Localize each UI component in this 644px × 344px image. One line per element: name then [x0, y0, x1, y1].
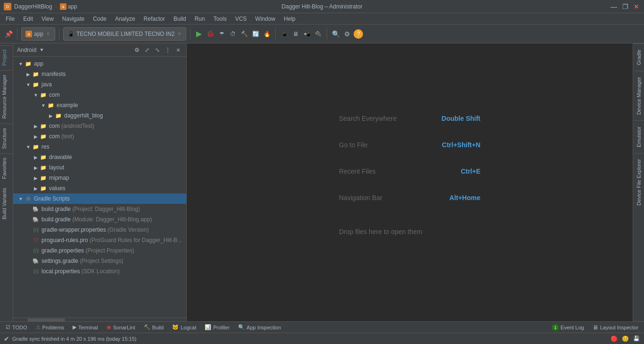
tree-item-com-test[interactable]: ▶ 📁 com (test)	[13, 131, 186, 142]
right-tab-device-file-explorer[interactable]: Device File Explorer	[634, 153, 644, 211]
menu-tools[interactable]: Tools	[210, 15, 231, 23]
tab-terminal[interactable]: ▶ Terminal	[69, 322, 102, 333]
todo-icon: ☑	[6, 324, 10, 330]
build-button[interactable]: 🔨	[239, 29, 249, 39]
panel-collapse-icon[interactable]: ⤡	[153, 46, 162, 54]
sidebar-tab-build-variants[interactable]: Build Variants	[0, 184, 13, 223]
sync-button[interactable]: 🔄	[251, 29, 260, 39]
right-tab-emulator[interactable]: Emulator	[634, 120, 644, 153]
menu-run[interactable]: Run	[191, 15, 209, 23]
tab-problems[interactable]: ⚠ Problems	[32, 322, 68, 333]
tab-app-inspection[interactable]: 🔍 App Inspection	[234, 322, 285, 333]
menu-code[interactable]: Code	[89, 15, 110, 23]
tree-item-com[interactable]: ▼ 📁 com	[13, 90, 186, 100]
tree-item-proguard[interactable]: 🛡 proguard-rules.pro (ProGuard Rules for…	[13, 235, 186, 245]
device-manager-btn[interactable]: 📲	[302, 29, 312, 39]
tab-profiler[interactable]: 📊 Profiler	[201, 322, 233, 333]
tree-item-build-gradle-module[interactable]: 🐘 build.gradle (Module: Dagger_Hilt-Blog…	[13, 214, 186, 225]
panel-expand-icon[interactable]: ⤢	[143, 46, 151, 54]
sidebar-tab-structure[interactable]: Structure	[0, 124, 13, 153]
sidebar-tab-project[interactable]: Project	[0, 45, 13, 69]
title-bar: D DaggerHiltBlog › a app Dagger Hilt-Blo…	[0, 0, 644, 13]
gradle-scripts-icon: ⚙	[25, 195, 32, 202]
menu-file[interactable]: File	[2, 15, 18, 23]
local-props-icon: ⟨/⟩	[32, 268, 40, 275]
menu-refactor[interactable]: Refactor	[140, 15, 169, 23]
tree-item-res[interactable]: ▼ 📁 res	[13, 142, 186, 152]
tree-item-example[interactable]: ▼ 📁 example	[13, 100, 186, 110]
tree-item-settings-gradle[interactable]: 🐘 settings.gradle (Project Settings)	[13, 256, 186, 266]
sidebar-tab-resource-manager[interactable]: Resource Manager	[0, 70, 13, 123]
settings-gradle-icon: 🐘	[32, 257, 40, 265]
menu-help[interactable]: Help	[280, 15, 299, 23]
scrollbar-thumb-h	[27, 319, 65, 321]
tree-item-values[interactable]: ▶ 📁 values	[13, 183, 186, 193]
project-tree[interactable]: ▼ 📁 app ▶ 📁 manifests ▼ 📁 java ▼ 📁 com	[13, 57, 186, 318]
status-left: ✔ Gradle sync finished in 4 m 20 s 196 m…	[4, 335, 137, 343]
status-right: 🔴 😊 💾	[610, 335, 640, 343]
avd-button[interactable]: 📱	[280, 29, 289, 39]
drawable-folder-icon: 📁	[40, 153, 47, 161]
menu-analyze[interactable]: Analyze	[111, 15, 139, 23]
sdk-button[interactable]: 🖥	[291, 29, 300, 39]
res-folder-icon: 📁	[32, 143, 40, 151]
java-folder-icon: 📁	[32, 81, 40, 88]
tree-item-java[interactable]: ▼ 📁 java	[13, 79, 186, 90]
tree-item-com-androidtest[interactable]: ▶ 📁 com (androidTest)	[13, 121, 186, 131]
run-button[interactable]: ▶	[194, 29, 204, 39]
fire-button[interactable]: 🔥	[262, 29, 272, 39]
daggerhilt-folder-icon: 📁	[55, 112, 62, 119]
toolbar: 📌 a app ▼ 📱 TECNO MOBILE LIMITED TECNO I…	[0, 25, 644, 43]
tree-item-build-gradle-project[interactable]: 🐘 build.gradle (Project: Dagger_Hilt-Blo…	[13, 204, 186, 214]
panel-more-icon[interactable]: ⋮	[164, 46, 172, 54]
menu-build[interactable]: Build	[170, 15, 190, 23]
editor-area: Search Everywhere Double Shift Go to Fil…	[187, 43, 633, 321]
tree-item-drawable[interactable]: ▶ 📁 drawable	[13, 152, 186, 162]
debug-button[interactable]: 🐞	[206, 29, 215, 39]
bottom-toolbar: ☑ TODO ⚠ Problems ▶ Terminal ◉ SonarLint…	[0, 321, 644, 333]
minimize-button[interactable]: —	[610, 3, 618, 10]
tab-todo[interactable]: ☑ TODO	[2, 322, 31, 333]
right-tab-gradle[interactable]: Gradle	[634, 43, 644, 71]
tree-item-local-properties[interactable]: ⟨/⟩ local.properties (SDK Location)	[13, 266, 186, 277]
settings-btn[interactable]: ⚙	[342, 29, 352, 39]
horizontal-scrollbar[interactable]	[13, 318, 186, 321]
close-button[interactable]: ✕	[633, 3, 640, 10]
left-sidebar: Project Resource Manager Structure Favor…	[0, 43, 13, 321]
tree-item-gradle-wrapper-props[interactable]: ⟨/⟩ gradle-wrapper.properties (Gradle Ve…	[13, 225, 186, 235]
right-tab-device-manager[interactable]: Device Manager	[634, 71, 644, 120]
plugin-btn[interactable]: 🔌	[314, 29, 323, 39]
profile-button[interactable]: ⏱	[228, 29, 238, 39]
tree-item-daggerhilt-blog[interactable]: ▶ 📁 daggerhilt_blog	[13, 110, 186, 121]
maximize-button[interactable]: ❐	[621, 3, 629, 10]
sonarlint-icon: ◉	[107, 324, 111, 330]
panel-settings-icon[interactable]: ⚙	[132, 46, 141, 54]
help-btn[interactable]: ?	[354, 29, 363, 39]
menu-vcs[interactable]: VCS	[231, 15, 251, 23]
pin-icon[interactable]: 📌	[4, 29, 13, 39]
tree-item-mipmap[interactable]: ▶ 📁 mipmap	[13, 173, 186, 183]
sidebar-tab-favorites[interactable]: Favorites	[0, 153, 13, 183]
search-everywhere-btn[interactable]: 🔍	[331, 29, 340, 39]
menu-edit[interactable]: Edit	[19, 15, 37, 23]
device-select-button[interactable]: 📱 TECNO MOBILE LIMITED TECNO IN2 ▼	[63, 27, 186, 41]
tree-item-app[interactable]: ▼ 📁 app	[13, 59, 186, 69]
tab-build[interactable]: 🔨 Build	[140, 322, 167, 333]
coverage-button[interactable]: ☂	[217, 29, 226, 39]
menu-window[interactable]: Window	[251, 15, 279, 23]
layout-inspector-tab[interactable]: 🖥 Layout Inspector	[589, 322, 642, 333]
menu-view[interactable]: View	[38, 15, 58, 23]
menu-navigate[interactable]: Navigate	[58, 15, 88, 23]
event-log-tab[interactable]: 1 Event Log	[548, 322, 588, 333]
tree-item-gradle-properties[interactable]: ⟨/⟩ gradle.properties (Project Propertie…	[13, 245, 186, 256]
tree-item-layout[interactable]: ▶ 📁 layout	[13, 162, 186, 173]
tab-sonarlint[interactable]: ◉ SonarLint	[103, 322, 139, 333]
tree-item-manifests[interactable]: ▶ 📁 manifests	[13, 69, 186, 79]
status-warning-icon[interactable]: 😊	[621, 335, 629, 343]
panel-close-icon[interactable]: ×	[174, 46, 182, 54]
status-error-icon[interactable]: 🔴	[610, 335, 618, 343]
status-memory-icon[interactable]: 💾	[633, 335, 640, 343]
tree-item-gradle-scripts[interactable]: ▼ ⚙ Gradle Scripts	[13, 193, 186, 204]
tab-logcat[interactable]: 🐱 Logcat	[168, 322, 200, 333]
run-config-button[interactable]: a app ▼	[21, 27, 55, 41]
